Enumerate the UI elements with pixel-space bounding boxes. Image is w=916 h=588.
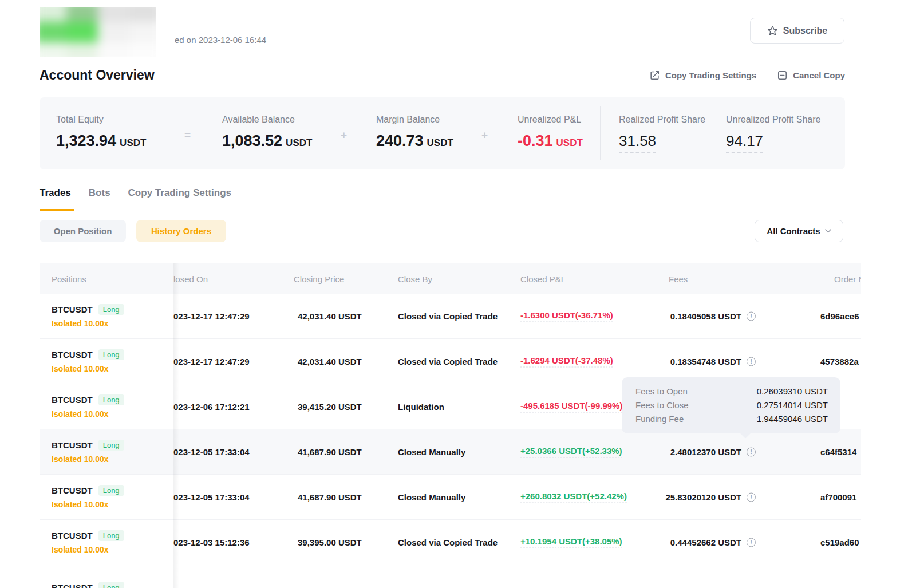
stat-label: Realized Profit Share (619, 115, 705, 125)
tooltip-value: 0.26039310 USDT (757, 385, 828, 398)
position-margin-leverage: Isolated 10.00x (52, 455, 124, 464)
close-by-cell: Closed Manually (398, 447, 465, 457)
order-no-cell: c519ad60 (820, 538, 859, 547)
table-body: BTCUSDT Long Isolated 10.00x 023-12-17 1… (40, 294, 861, 588)
stat-label: Unrealized Profit Share (726, 115, 820, 125)
stat-available-balance: Available Balance 1,083.52USDT (222, 115, 312, 150)
close-by-cell: Closed via Copied Trade (398, 357, 498, 366)
tab-bots[interactable]: Bots (89, 187, 110, 199)
tooltip-value: 0.27514014 USDT (757, 398, 828, 412)
col-fees: Fees (669, 274, 688, 283)
stat-label: Total Equity (56, 115, 146, 125)
overview-actions: Copy Trading Settings Cancel Copy (649, 70, 845, 81)
position-symbol: BTCUSDT (52, 395, 93, 405)
tab-copy-trading-settings[interactable]: Copy Trading Settings (128, 187, 231, 199)
closing-price-cell: 41,687.90 USDT (298, 492, 362, 502)
closed-pnl-cell[interactable]: +260.8032 USDT(+52.42%) (520, 491, 627, 503)
account-stats-card: Total Equity 1,323.94USDT = Available Ba… (40, 97, 845, 169)
stat-value[interactable]: 94.17 (726, 132, 763, 153)
active-tab-underline (40, 209, 74, 211)
col-closed-on: losed On (173, 274, 208, 283)
fees-value: 0.44452662 USDT (670, 538, 741, 547)
closed-pnl-cell[interactable]: +25.0366 USDT(+52.33%) (520, 446, 622, 458)
trader-avatar-blurred (40, 7, 156, 57)
positions-cell: BTCUSDT Long Isolated 10.00x (52, 304, 124, 328)
stat-unit: USDT (556, 137, 583, 148)
subscribe-button[interactable]: Subscribe (750, 18, 844, 44)
positions-cell: BTCUSDT Long Isolated 10.00x (52, 394, 124, 419)
tabs-divider (40, 211, 845, 211)
page-title: Account Overview (40, 68, 155, 83)
subscribe-label: Subscribe (783, 26, 827, 36)
tooltip-label: Funding Fee (635, 412, 684, 426)
cancel-copy-label: Cancel Copy (793, 70, 845, 80)
table-row: BTCUSDT Long Isolated 10.00x 023-12-03 1… (40, 520, 861, 565)
position-side-badge: Long (98, 394, 124, 405)
stat-unrealized-profit-share: Unrealized Profit Share 94.17 (726, 115, 820, 153)
closed-pnl-cell[interactable]: -1.6294 USDT(-37.48%) (520, 356, 613, 368)
fees-breakdown-tooltip: Fees to Open 0.26039310 USDT Fees to Clo… (622, 377, 840, 433)
table-row: BTCUSDT Long Isolated 10.00x 023-12-17 1… (40, 294, 861, 339)
positions-cell: BTCUSDT Long Isolated 10.00x (52, 485, 124, 509)
copy-trading-settings-action[interactable]: Copy Trading Settings (649, 70, 756, 81)
position-side-badge: Long (98, 582, 124, 588)
closed-on-cell: 023-12-05 17:33:04 (173, 447, 250, 457)
history-orders-button[interactable]: History Orders (136, 220, 226, 242)
positions-cell: BTCUSDT Long Isolated 10.00x (52, 440, 124, 464)
order-no-cell: af700091 (820, 492, 856, 502)
tooltip-value: 1.94459046 USDT (757, 412, 828, 426)
position-margin-leverage: Isolated 10.00x (52, 500, 124, 509)
fees-cell: 2.48012370 USDT ! (654, 447, 756, 457)
closing-price-cell: 42,031.40 USDT (298, 357, 362, 366)
position-margin-leverage: Isolated 10.00x (52, 545, 124, 554)
avatar-pixelation (40, 7, 156, 57)
copied-on-text: ed on 2023-12-06 16:44 (175, 35, 266, 45)
closed-on-cell: 023-12-17 12:47:29 (173, 357, 250, 366)
closed-on-cell: 023-12-17 12:47:29 (173, 311, 250, 321)
edit-icon (649, 70, 660, 81)
stat-label: Margin Balance (376, 115, 453, 125)
stat-value: 1,083.52 (222, 132, 282, 149)
info-icon[interactable]: ! (747, 447, 756, 456)
tooltip-row: Fees to Close 0.27514014 USDT (635, 398, 828, 412)
fees-cell: 25.83020120 USDT ! (654, 492, 756, 502)
contracts-filter-dropdown[interactable]: All Contracts (755, 220, 843, 242)
closed-pnl-cell[interactable]: -1.6300 USDT(-36.71%) (520, 310, 613, 322)
close-by-cell: Closed via Copied Trade (398, 311, 498, 321)
positions-cell: BTCUSDT Long Isolated 10.00x (52, 349, 124, 373)
open-position-button[interactable]: Open Position (40, 220, 126, 242)
fees-cell: 0.18405058 USDT ! (654, 311, 756, 321)
position-symbol: BTCUSDT (52, 583, 93, 588)
order-no-cell: c64f5314 (820, 447, 856, 457)
stat-value[interactable]: 31.58 (619, 132, 656, 153)
cancel-copy-action[interactable]: Cancel Copy (777, 70, 845, 81)
stat-realized-profit-share: Realized Profit Share 31.58 (619, 115, 705, 153)
stats-divider (600, 106, 601, 160)
stat-unit: USDT (120, 137, 146, 148)
stat-value: 240.73 (376, 132, 424, 149)
fees-value: 0.18405058 USDT (670, 311, 741, 321)
minus-square-icon (777, 70, 788, 81)
main-tabs: Trades Bots Copy Trading Settings (40, 187, 231, 199)
tab-trades[interactable]: Trades (40, 187, 71, 199)
closed-pnl-cell[interactable]: +10.1954 USDT(+38.05%) (520, 536, 622, 548)
closing-price-cell: 42,031.40 USDT (298, 311, 362, 321)
copy-trading-account-page: ed on 2023-12-06 16:44 Subscribe Account… (0, 0, 916, 588)
col-positions: Positions (52, 274, 86, 283)
star-icon (767, 25, 778, 36)
equals-operator: = (184, 129, 191, 141)
info-icon[interactable]: ! (747, 357, 756, 366)
info-icon[interactable]: ! (747, 538, 756, 547)
stat-unit: USDT (427, 137, 453, 148)
info-icon[interactable]: ! (747, 492, 756, 502)
col-closed-pnl: Closed P&L (520, 274, 566, 283)
closed-pnl-cell[interactable]: -495.6185 USDT(-99.99%) (520, 401, 622, 413)
stat-unit: USDT (286, 137, 312, 148)
position-symbol: BTCUSDT (52, 486, 93, 495)
stat-value: 1,323.94 (56, 132, 116, 149)
position-symbol: BTCUSDT (52, 531, 93, 540)
order-no-cell: 4573882a (820, 357, 859, 366)
position-symbol: BTCUSDT (52, 350, 93, 360)
info-icon[interactable]: ! (747, 311, 756, 321)
col-closing-price: Closing Price (294, 274, 344, 283)
